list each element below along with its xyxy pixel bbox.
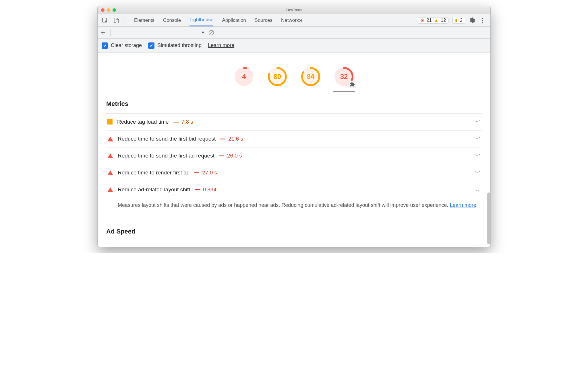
triangle-icon bbox=[107, 170, 113, 175]
metric-row[interactable]: Reduce ad-related layout shift 0.334 ︿ bbox=[106, 181, 482, 198]
triangle-icon bbox=[107, 187, 113, 192]
window-title: DevTools bbox=[98, 8, 490, 12]
devtools-tabbar: ElementsConsoleLighthouseApplicationSour… bbox=[98, 14, 490, 27]
chevron-down-icon[interactable]: ﹀ bbox=[474, 135, 481, 143]
simulated-throttling-label: Simulated throttling bbox=[157, 42, 202, 48]
warning-count: 12 bbox=[441, 18, 446, 23]
metric-label: Reduce time to render first ad bbox=[118, 170, 189, 176]
metric-value: 26.0 s bbox=[219, 153, 242, 159]
metric-label: Reduce tag load time bbox=[117, 119, 169, 125]
triangle-icon bbox=[107, 137, 113, 141]
metric-value: 21.6 s bbox=[220, 136, 243, 142]
svg-line-4 bbox=[210, 31, 213, 34]
triangle-icon bbox=[107, 153, 113, 158]
ad-speed-heading: Ad Speed bbox=[106, 218, 482, 241]
score-gauge-1[interactable]: 80 bbox=[266, 66, 288, 92]
kebab-menu-icon[interactable]: ⋮ bbox=[479, 17, 485, 24]
inspect-element-icon[interactable] bbox=[102, 17, 108, 24]
clear-storage-label: Clear storage bbox=[111, 42, 142, 48]
scrollbar-thumb[interactable] bbox=[487, 192, 490, 244]
issues-badge[interactable]: ▮ 2 bbox=[452, 17, 465, 24]
metric-label: Reduce time to send the first bid reques… bbox=[118, 136, 216, 142]
metric-row[interactable]: Reduce tag load time 7.8 s ﹀ bbox=[106, 113, 482, 130]
error-count: 21 bbox=[427, 18, 432, 23]
chevron-up-icon[interactable]: ︿ bbox=[474, 185, 481, 194]
checkbox-checked-icon[interactable] bbox=[148, 42, 154, 49]
tab-lighthouse[interactable]: Lighthouse bbox=[189, 14, 213, 26]
titlebar: DevTools bbox=[98, 6, 490, 14]
window-controls bbox=[98, 8, 116, 12]
tab-console[interactable]: Console bbox=[163, 14, 181, 26]
error-icon: ⊗ bbox=[421, 18, 424, 23]
metric-row[interactable]: Reduce time to render first ad 27.0 s ﹀ bbox=[106, 164, 482, 181]
minimize-window[interactable] bbox=[107, 8, 110, 12]
chevron-down-icon[interactable]: ﹀ bbox=[474, 168, 481, 177]
svg-rect-2 bbox=[116, 19, 119, 23]
tab-sources[interactable]: Sources bbox=[255, 14, 272, 26]
tab-elements[interactable]: Elements bbox=[134, 14, 154, 26]
tabbar-divider bbox=[125, 17, 125, 24]
lighthouse-options: Clear storage Simulated throttling Learn… bbox=[98, 39, 490, 52]
more-tabs-icon[interactable]: » bbox=[299, 17, 302, 24]
metric-row[interactable]: Reduce time to send the first bid reques… bbox=[106, 130, 482, 147]
device-toggle-icon[interactable] bbox=[113, 17, 119, 24]
chevron-down-icon[interactable]: ﹀ bbox=[474, 118, 481, 126]
metric-value: 0.334 bbox=[195, 186, 216, 193]
metrics-list: Reduce tag load time 7.8 s ﹀ Reduce time… bbox=[106, 113, 482, 218]
console-status-badge[interactable]: ⊗ 21 ▲ 12 bbox=[418, 17, 448, 24]
learn-more-link[interactable]: Learn more bbox=[208, 42, 234, 48]
lighthouse-toolbar: + ▼ bbox=[98, 27, 490, 39]
metric-learn-more-link[interactable]: Learn more bbox=[450, 202, 476, 208]
new-report-icon[interactable]: + bbox=[100, 28, 106, 38]
settings-icon[interactable] bbox=[469, 17, 475, 24]
report-content: Metrics Reduce tag load time 7.8 s ﹀ Red… bbox=[98, 97, 490, 247]
clear-icon[interactable] bbox=[208, 30, 214, 36]
metric-value: 7.8 s bbox=[173, 119, 193, 125]
checkbox-checked-icon[interactable] bbox=[102, 42, 108, 49]
close-window[interactable] bbox=[101, 8, 105, 12]
score-gauge-3[interactable]: 32 bbox=[333, 66, 355, 92]
metric-description: Measures layout shifts that were caused … bbox=[106, 198, 482, 218]
maximize-window[interactable] bbox=[113, 8, 116, 12]
score-gauge-2[interactable]: 84 bbox=[300, 66, 322, 92]
score-gauge-0[interactable]: 4 bbox=[233, 66, 255, 92]
metric-label: Reduce ad-related layout shift bbox=[118, 186, 190, 193]
report-dropdown-icon[interactable]: ▼ bbox=[201, 30, 205, 35]
chevron-down-icon[interactable]: ﹀ bbox=[474, 151, 481, 160]
simulated-throttling-option[interactable]: Simulated throttling bbox=[148, 42, 202, 49]
metrics-heading: Metrics bbox=[106, 97, 482, 113]
message-count: 2 bbox=[460, 18, 463, 23]
warning-icon: ▲ bbox=[434, 18, 438, 23]
tab-application[interactable]: Application bbox=[222, 14, 246, 26]
toolbar-divider bbox=[110, 29, 111, 36]
metric-value: 27.0 s bbox=[194, 170, 217, 176]
tab-network[interactable]: Network bbox=[281, 14, 299, 26]
metric-label: Reduce time to send the first ad request bbox=[118, 153, 214, 159]
plugin-icon bbox=[349, 81, 356, 88]
devtools-window: DevTools ElementsConsoleLighthouseApplic… bbox=[97, 6, 491, 247]
square-icon bbox=[107, 119, 113, 125]
score-gauges: 4 80 84 32 bbox=[98, 52, 490, 97]
clear-storage-option[interactable]: Clear storage bbox=[102, 42, 142, 49]
metric-row[interactable]: Reduce time to send the first ad request… bbox=[106, 147, 482, 164]
message-icon: ▮ bbox=[455, 17, 458, 23]
